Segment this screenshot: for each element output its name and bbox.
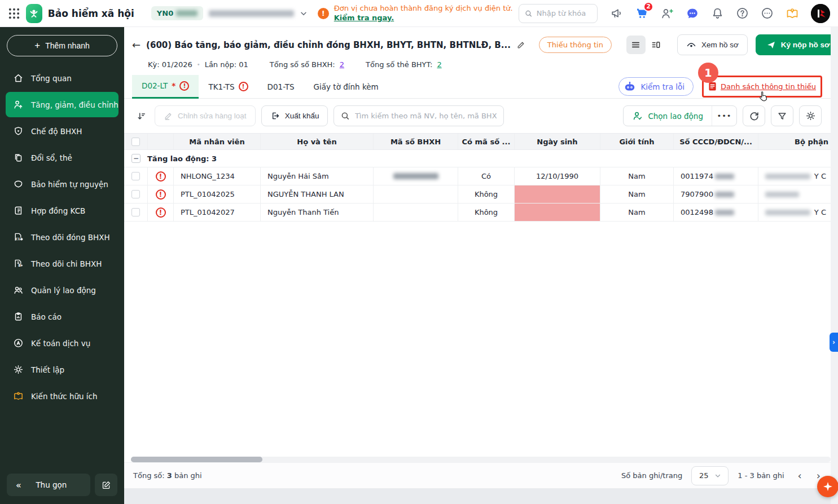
accounting-icon xyxy=(12,338,24,348)
column-full-name[interactable]: Họ và tên xyxy=(261,134,374,149)
select-employees-more-button[interactable]: ••• xyxy=(712,106,736,126)
range-text: 1 - 3 bản ghi xyxy=(738,471,784,480)
sidebar-item-bao-hiem-tu-nguyen[interactable]: Bảo hiểm tự nguyện xyxy=(6,171,119,197)
row-checkbox[interactable] xyxy=(131,208,140,216)
svg-text:C12: C12 xyxy=(15,237,22,241)
table-row[interactable]: ! NHLONG_1234 Nguyễn Hải Sâm Có 12/10/19… xyxy=(124,167,831,185)
sign-submit-button[interactable]: Ký nộp hồ sơ xyxy=(756,34,838,55)
assistant-fab[interactable] xyxy=(817,476,838,497)
more-options-icon[interactable] xyxy=(761,7,774,20)
search-icon xyxy=(525,9,532,18)
prev-page-button[interactable]: ‹ xyxy=(798,471,802,481)
check-errors-button[interactable]: Kiểm tra lỗi xyxy=(618,77,694,96)
table-toolbar: Chỉnh sửa hàng loạt Xuất khẩu Chọn lao đ… xyxy=(124,99,831,133)
tab-bar: D02-LT * ! TK1-TS ! D01-TS Giấy tờ đính … xyxy=(124,75,831,99)
cell-bhxh-redacted xyxy=(374,167,458,185)
row-checkbox[interactable] xyxy=(131,172,140,180)
split-view-button[interactable] xyxy=(647,36,666,54)
tab-tk1-ts[interactable]: TK1-TS ! xyxy=(199,75,257,99)
gear-icon xyxy=(12,364,24,375)
refresh-button[interactable] xyxy=(743,105,765,126)
sidebar-item-bao-cao[interactable]: Báo cáo xyxy=(6,304,119,329)
cell-gender: Nam xyxy=(600,204,674,221)
back-icon[interactable]: ← xyxy=(132,40,141,50)
edit-title-icon[interactable] xyxy=(516,41,525,50)
sidebar-edit-button[interactable] xyxy=(95,474,117,496)
bhyt-total-link[interactable]: 2 xyxy=(437,60,441,69)
list-view-button[interactable] xyxy=(626,36,646,54)
company-chevron-down-icon[interactable] xyxy=(300,10,308,17)
sidebar-item-tang-giam-dieu-chinh[interactable]: Tăng, giảm, điều chỉnh xyxy=(6,92,119,117)
row-checkbox[interactable] xyxy=(131,190,140,198)
sidebar-item-kien-thuc-huu-ich[interactable]: Kiến thức hữu ích xyxy=(6,383,119,409)
status-column-header xyxy=(148,134,174,149)
sidebar-item-tong-quan[interactable]: Tổng quan xyxy=(6,65,119,91)
column-gender[interactable]: Giới tính xyxy=(600,134,674,149)
table-row[interactable]: ! PTL_01042027 Nguyễn Thanh Tiến Không N… xyxy=(124,204,831,222)
export-button[interactable]: Xuất khẩu xyxy=(261,105,328,126)
collapse-sidebar-button[interactable]: « Thu gọn xyxy=(7,474,90,496)
per-page-select[interactable]: 25 xyxy=(691,466,729,485)
cart-icon[interactable]: 2 xyxy=(635,7,648,20)
tab-d02-lt[interactable]: D02-LT * ! xyxy=(132,75,199,99)
table-search-input[interactable] xyxy=(355,112,497,120)
chat-icon[interactable] xyxy=(686,7,699,20)
view-dossier-button[interactable]: Xem hồ sơ xyxy=(677,34,748,55)
required-mark: * xyxy=(172,81,176,90)
table-search[interactable] xyxy=(334,105,504,126)
expand-panel-button[interactable]: › xyxy=(830,333,838,352)
filter-button[interactable] xyxy=(771,105,793,126)
select-employees-group: Chọn lao động ••• xyxy=(623,105,737,126)
bulk-edit-button[interactable]: Chỉnh sửa hàng loạt xyxy=(155,105,256,126)
sidebar-item-theo-doi-dong-bhxh[interactable]: C12 Theo dõi đóng BHXH xyxy=(6,224,119,250)
table-empty-area xyxy=(124,222,831,457)
announcements-icon[interactable] xyxy=(610,7,623,20)
table-row[interactable]: ! PTL_01042025 NGUYỄN THANH LAN Không Na… xyxy=(124,185,831,204)
sort-icon[interactable] xyxy=(133,111,149,121)
notifications-bell-icon[interactable] xyxy=(711,7,724,20)
column-has-code[interactable]: Có mã số ... xyxy=(458,134,515,149)
knowledge-book-icon[interactable] xyxy=(786,7,799,20)
column-cccd[interactable]: Số CCCD/ĐDCN/... xyxy=(674,134,758,149)
quick-add-button[interactable]: + Thêm nhanh xyxy=(7,35,117,56)
scrollbar-thumb[interactable] xyxy=(131,457,262,462)
horizontal-scrollbar[interactable] xyxy=(131,457,831,462)
bhyt-total-label: Tổng số thẻ BHYT: xyxy=(366,60,432,69)
global-search-input[interactable] xyxy=(537,9,591,17)
sidebar-item-doi-so-the[interactable]: Đổi sổ, thẻ xyxy=(6,145,119,170)
doc-8-icon: 8 xyxy=(12,258,24,269)
tab-d01-ts[interactable]: D01-TS xyxy=(258,75,304,99)
sidebar-item-thiet-lap[interactable]: Thiết lập xyxy=(6,357,119,382)
column-bhxh-number[interactable]: Mã số BHXH xyxy=(374,134,458,149)
company-name-redacted xyxy=(209,10,294,17)
column-settings-button[interactable] xyxy=(799,105,822,126)
add-user-icon[interactable] xyxy=(660,7,674,20)
sidebar-item-che-do-bhxh[interactable]: Chế độ BHXH xyxy=(6,118,119,144)
select-employees-button[interactable]: Chọn lao động xyxy=(624,106,712,126)
bhxh-total-link[interactable]: 2 xyxy=(340,60,344,69)
column-employee-code[interactable]: Mã nhân viên xyxy=(174,134,261,149)
collapse-group-icon[interactable]: − xyxy=(131,154,141,163)
sidebar-item-theo-doi-chi-bhxh[interactable]: 8 Theo dõi chi BHXH xyxy=(6,251,119,276)
app-switcher-icon[interactable] xyxy=(8,7,20,20)
column-dob[interactable]: Ngày sinh xyxy=(515,134,600,149)
contract-icon xyxy=(12,205,24,216)
cell-cccd: 7907900 xyxy=(674,185,758,203)
sidebar-item-hop-dong-kcb[interactable]: Hợp đồng KCB xyxy=(6,198,119,223)
cell-employee-code: PTL_01042027 xyxy=(174,204,261,221)
cell-cccd: 0011974 xyxy=(674,167,758,185)
org-code-badge[interactable]: YN0 xyxy=(151,6,203,20)
sidebar-item-ke-toan-dich-vu[interactable]: Kế toán dịch vụ xyxy=(6,330,119,356)
global-search[interactable] xyxy=(519,4,598,23)
sidebar-item-quan-ly-lao-dong[interactable]: Quản lý lao động xyxy=(6,277,119,303)
cell-full-name: Nguyễn Hải Sâm xyxy=(261,167,374,185)
cell-gender: Nam xyxy=(600,185,674,203)
user-avatar[interactable] xyxy=(811,4,830,23)
help-icon[interactable] xyxy=(736,7,749,20)
column-department[interactable]: Bộ phận xyxy=(758,134,831,149)
check-now-link[interactable]: Kiểm tra ngay. xyxy=(334,14,394,22)
select-all-checkbox[interactable] xyxy=(131,138,140,146)
cell-dob: 12/10/1990 xyxy=(515,167,600,185)
right-gutter: › xyxy=(831,27,838,504)
tab-attachments[interactable]: Giấy tờ đính kèm xyxy=(304,75,388,99)
